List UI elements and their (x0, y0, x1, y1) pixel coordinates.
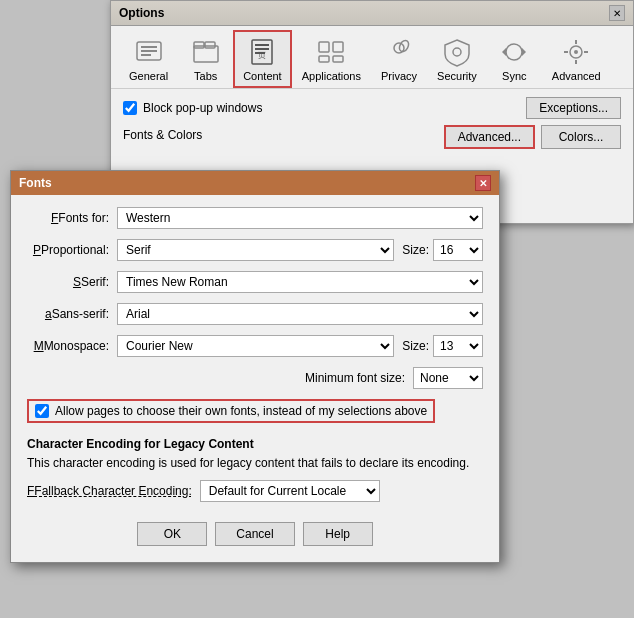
fallback-label: FFallback Character Encoding: (27, 484, 192, 498)
proportional-select[interactable]: Serif Sans-serif (117, 239, 394, 261)
svg-rect-13 (333, 42, 343, 52)
fallback-encoding-select[interactable]: Default for Current Locale Unicode (UTF-… (200, 480, 380, 502)
svg-rect-6 (205, 42, 215, 48)
svg-rect-8 (255, 44, 269, 46)
allow-pages-text: Allow pages to choose their own fonts, i… (55, 404, 427, 418)
content-label: Content (243, 70, 282, 82)
svg-point-18 (453, 48, 461, 56)
options-title: Options (119, 6, 164, 20)
svg-rect-15 (333, 56, 343, 62)
encoding-desc: This character encoding is used for lega… (27, 455, 483, 472)
proportional-size-group: Size: 16 12 14 18 24 (402, 239, 483, 261)
fonts-for-row: FFonts for: Western Central European Jap… (27, 207, 483, 229)
privacy-label: Privacy (381, 70, 417, 82)
fonts-close-btn[interactable]: ✕ (475, 175, 491, 191)
fonts-dialog-buttons: OK Cancel Help (27, 514, 483, 550)
fonts-content: FFonts for: Western Central European Jap… (11, 195, 499, 562)
ok-button[interactable]: OK (137, 522, 207, 546)
options-title-bar: Options ✕ (111, 1, 633, 26)
toolbar-item-sync[interactable]: Sync (487, 30, 542, 88)
fonts-colors-label: Fonts & Colors (123, 128, 202, 142)
sans-serif-label: aSans-serif: (27, 307, 117, 321)
min-font-select[interactable]: None 9 10 11 12 (413, 367, 483, 389)
allow-pages-checkbox[interactable] (35, 404, 49, 418)
applications-label: Applications (302, 70, 361, 82)
proportional-size-select[interactable]: 16 12 14 18 24 (433, 239, 483, 261)
cancel-button[interactable]: Cancel (215, 522, 294, 546)
block-popups-label[interactable]: Block pop-up windows (123, 101, 262, 115)
encoding-fallback-row: FFallback Character Encoding: Default fo… (27, 480, 483, 502)
svg-rect-2 (141, 50, 157, 52)
fonts-for-label: FFonts for: (27, 211, 117, 225)
svg-rect-9 (255, 48, 269, 50)
monospace-label: MMonospace: (27, 339, 117, 353)
privacy-icon (383, 36, 415, 68)
applications-icon (315, 36, 347, 68)
fonts-dialog: Fonts ✕ FFonts for: Western Central Euro… (10, 170, 500, 563)
fonts-title: Fonts (19, 176, 52, 190)
monospace-size-select[interactable]: 13 10 11 12 14 (433, 335, 483, 357)
min-font-row: Minimum font size: None 9 10 11 12 (27, 367, 483, 389)
svg-rect-1 (141, 46, 157, 48)
sync-icon (498, 36, 530, 68)
advanced-fonts-button[interactable]: Advanced... (444, 125, 535, 149)
svg-point-22 (574, 50, 578, 54)
advanced-icon (560, 36, 592, 68)
allow-pages-container: Allow pages to choose their own fonts, i… (27, 399, 483, 423)
serif-row: SSerif: Times New Roman Georgia Palatino (27, 271, 483, 293)
proportional-size-label: Size: (402, 243, 429, 257)
svg-rect-5 (194, 42, 204, 48)
fonts-for-select[interactable]: Western Central European Japanese (117, 207, 483, 229)
svg-marker-19 (522, 48, 526, 56)
proportional-row: PProportional: Serif Sans-serif Size: 16… (27, 239, 483, 261)
toolbar-item-applications[interactable]: Applications (292, 30, 371, 88)
exceptions-button[interactable]: Exceptions... (526, 97, 621, 119)
toolbar-item-tabs[interactable]: Tabs (178, 30, 233, 88)
sans-serif-row: aSans-serif: Arial Helvetica Verdana (27, 303, 483, 325)
toolbar-item-privacy[interactable]: Privacy (371, 30, 427, 88)
colors-button[interactable]: Colors... (541, 125, 621, 149)
svg-marker-20 (502, 48, 506, 56)
encoding-title: Character Encoding for Legacy Content (27, 437, 483, 451)
monospace-select[interactable]: Courier New Courier Lucida Console (117, 335, 394, 357)
security-label: Security (437, 70, 477, 82)
monospace-row: MMonospace: Courier New Courier Lucida C… (27, 335, 483, 357)
svg-rect-3 (141, 54, 151, 56)
svg-rect-14 (319, 56, 329, 62)
monospace-size-label: Size: (402, 339, 429, 353)
options-close-btn[interactable]: ✕ (609, 5, 625, 21)
serif-label: SSerif: (27, 275, 117, 289)
advanced-label: Advanced (552, 70, 601, 82)
block-popups-checkbox[interactable] (123, 101, 137, 115)
tabs-icon (190, 36, 222, 68)
svg-text:页: 页 (258, 51, 266, 60)
proportional-label: PProportional: (27, 243, 117, 257)
help-button[interactable]: Help (303, 522, 373, 546)
content-icon: 页 (246, 36, 278, 68)
toolbar-item-advanced[interactable]: Advanced (542, 30, 611, 88)
sans-serif-select[interactable]: Arial Helvetica Verdana (117, 303, 483, 325)
toolbar-item-content[interactable]: 页 Content (233, 30, 292, 88)
options-toolbar: General Tabs 页 (111, 26, 633, 89)
sync-label: Sync (502, 70, 526, 82)
tabs-label: Tabs (194, 70, 217, 82)
general-icon (133, 36, 165, 68)
toolbar-item-security[interactable]: Security (427, 30, 487, 88)
svg-rect-12 (319, 42, 329, 52)
block-popups-text: Block pop-up windows (143, 101, 262, 115)
serif-select[interactable]: Times New Roman Georgia Palatino (117, 271, 483, 293)
monospace-size-group: Size: 13 10 11 12 14 (402, 335, 483, 357)
general-label: General (129, 70, 168, 82)
min-font-label: Minimum font size: (305, 371, 405, 385)
fonts-colors-row: Fonts & Colors Advanced... Colors... (123, 125, 621, 149)
fonts-title-bar: Fonts ✕ (11, 171, 499, 195)
allow-pages-label[interactable]: Allow pages to choose their own fonts, i… (27, 399, 435, 423)
security-icon (441, 36, 473, 68)
encoding-section: Character Encoding for Legacy Content Th… (27, 437, 483, 502)
block-popups-row: Block pop-up windows Exceptions... (123, 97, 621, 119)
toolbar-item-general[interactable]: General (119, 30, 178, 88)
